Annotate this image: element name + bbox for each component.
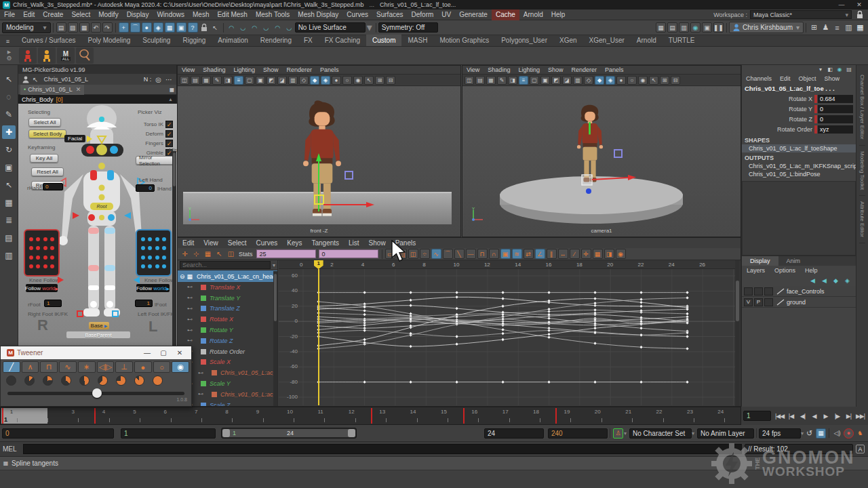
menu-item[interactable]: File [0,9,19,20]
shelf-menu-icon[interactable]: ≡ [3,36,13,46]
playback-end-field[interactable]: 24 [484,428,544,439]
character-set-chip[interactable]: Chris Kirshbaum▾ [729,22,804,33]
visor-icon[interactable]: ▦ [2,196,16,209]
graph-channel-row[interactable]: ⊷Scale Z [178,400,277,406]
finger-dot-blue[interactable] [141,246,145,250]
select-icon[interactable]: ↖ [649,76,658,85]
tween-amount-pie-button[interactable] [24,375,35,386]
layer-editor-tab[interactable]: Display [742,256,778,266]
shelf-tab[interactable]: Arnold [631,35,663,46]
shelf-tab[interactable]: TURTLE [663,35,701,46]
anim-end-field[interactable]: 240 [548,428,608,439]
loop-playback-icon[interactable]: ↺ [804,428,814,439]
range-slider[interactable]: 1 24 [221,428,357,439]
shelf-collapse-icon[interactable]: ▶ [7,49,11,55]
outliner-scrollbar[interactable] [273,271,277,406]
finger-dot-blue[interactable] [148,256,152,260]
redo-icon[interactable]: ↷ [102,22,113,33]
viewport-menu-item[interactable]: Panels [601,66,628,73]
grid-icon[interactable]: ⊞ [375,76,384,85]
timeline-frame-number[interactable]: 5 [133,409,136,415]
tween-amount-pie-button[interactable] [134,375,144,386]
finger-dot-red[interactable] [36,256,40,260]
graph-editor-menu-item[interactable]: Curves [252,239,283,247]
step-forward-key-button[interactable]: |▶ [831,410,843,422]
select-icon[interactable]: ↖ [364,76,374,85]
menu-item[interactable]: Generate [455,9,492,20]
snap-to-view-plane-icon[interactable]: ▦ [165,22,175,33]
channel-box-pin-icon[interactable]: ▤ [845,66,853,73]
timeline-frame-number[interactable]: 17 [502,409,509,415]
viewport-menu-item[interactable]: View [178,66,199,73]
wireframe-icon[interactable]: ≡ [234,76,243,85]
select-all-button[interactable]: Select All [28,118,61,127]
picker-character-name[interactable]: Chris_v01_05_L [43,76,88,83]
render-view-icon[interactable]: ▦ [656,22,666,33]
move-layer-up-icon[interactable]: ◀ [808,276,818,286]
layer-row[interactable]: face_Controls [742,286,856,297]
graph-editor-menu-item[interactable]: Edit [178,239,199,247]
finger-dot-red[interactable] [50,256,54,260]
camera-attributes-icon[interactable]: ◫ [465,76,474,85]
sidebar-vertical-tab[interactable]: Channel Box / Layer Editor [859,69,865,146]
graph-search-input[interactable] [180,261,271,269]
motion-blur-icon[interactable]: ◇ [299,76,309,85]
scale-tool-icon[interactable]: ▣ [2,161,16,174]
wireframe-icon[interactable]: ≡ [519,76,528,85]
open-trax-icon[interactable]: ◉ [616,249,626,259]
screen-space-ao-icon[interactable]: ▥ [573,76,583,85]
bookmark-icon[interactable]: ▤ [191,76,200,85]
linear-interp-icon[interactable]: ╱ [3,361,20,373]
picker-body-title[interactable]: Chris_Body [0] ▲ [18,95,176,104]
construction-history-icon[interactable]: ◠ [250,22,260,33]
finger-dot-blue[interactable] [148,264,152,268]
viewport-front[interactable]: ViewShadingLightingShowRendererPanels ◫▤… [177,65,461,237]
shelf-tab[interactable]: Custom [366,35,401,46]
make-live-icon[interactable]: ▣ [176,22,186,33]
graph-editor-menu-item[interactable]: Show [364,239,391,247]
use-all-lights-icon[interactable]: ◩ [551,76,561,85]
paint-select-tool-icon[interactable]: ✎ [2,108,16,121]
shaded-icon[interactable]: ▢ [245,76,254,85]
shelf-tab[interactable]: FX Caching [319,35,366,46]
channel-box-menu-item[interactable]: Edit [776,75,795,82]
finger-dot-red[interactable] [50,237,54,241]
tweener-close-button[interactable]: ✕ [172,347,188,359]
finger-dot-red[interactable] [43,237,47,241]
timeline-frame-number[interactable]: 7 [195,409,197,415]
go-to-start-button[interactable]: |◀◀ [774,410,785,422]
viewport-camera-canvas[interactable]: Y camera1 [462,87,741,237]
picker-maximize-icon[interactable]: ◼ [170,86,174,93]
timeline-frame-number[interactable]: 3 [71,409,74,415]
shelf-tab[interactable]: XGen_User [583,35,631,46]
history-options-icon[interactable]: ◡ [284,22,294,33]
channel-box-menu-item[interactable]: Show [821,75,844,82]
character-set-selector[interactable]: No Character Set [629,428,692,439]
snap-help-icon[interactable]: ? [188,22,198,33]
viewport-menu-item[interactable]: Renderer [567,66,601,73]
motion-blur-icon[interactable]: ◇ [584,76,593,85]
channel-box-hyperbolic-icon[interactable]: ◉ [835,66,844,73]
live-surface-field[interactable]: No Live Surface [295,22,366,33]
menu-item[interactable]: Help [547,9,570,20]
finger-dot-red[interactable] [43,246,47,250]
shelf-gear-icon[interactable]: ⚙ [6,55,12,62]
move-manipulator-front[interactable] [311,152,376,214]
shelf-tab[interactable]: FX [298,35,319,46]
unify-tangents-icon[interactable]: ∥ [547,249,557,259]
step-back-key-button[interactable]: ◀| [797,410,808,422]
menu-item[interactable]: Mesh Tools [252,9,294,20]
layer-menu-item[interactable]: Layers [742,267,770,274]
current-frame-field[interactable]: 1 [743,411,771,421]
snap-to-point-icon[interactable]: ● [142,22,152,33]
graph-channel-row[interactable]: ⊷Chris_v01_05_L:ac_cn_t [178,367,277,378]
shelf-tab[interactable]: Motion Graphics [433,35,495,46]
pre-infinity-icon[interactable]: ⁘ [420,249,430,259]
graph-canvas[interactable]: 6040200-20-40-60-80-100 [279,269,736,405]
output-from-selected-icon[interactable]: ◡ [238,22,248,33]
graph-channel-row[interactable]: ⊷Translate X [178,282,277,293]
close-button[interactable]: ✕ [850,1,868,9]
title-overflow[interactable]: ... [370,1,375,8]
viz-check-row[interactable]: Deform✓ [146,129,173,138]
open-scene-icon[interactable]: ▨ [68,22,78,33]
